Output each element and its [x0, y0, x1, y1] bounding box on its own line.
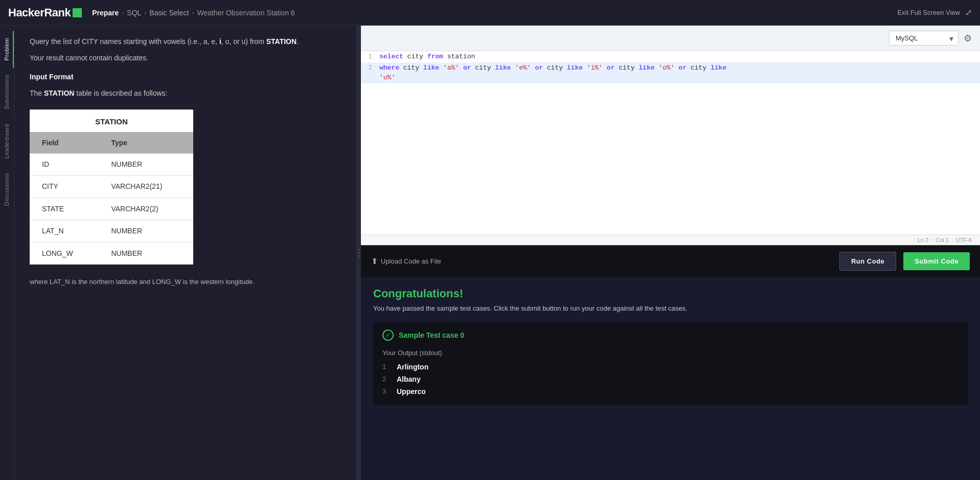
- station-table: Field Type IDNUMBERCITYVARCHAR2(21)STATE…: [30, 132, 193, 265]
- table-cell-field: LAT_N: [30, 220, 99, 242]
- table-intro: The STATION table is described as follow…: [30, 88, 341, 99]
- breadcrumb-sep-2: ›: [144, 9, 146, 16]
- table-row: IDNUMBER: [30, 154, 193, 176]
- exit-fullscreen-button[interactable]: Exit Full Screen View: [897, 9, 960, 16]
- table-row: STATEVARCHAR2(2): [30, 198, 193, 220]
- breadcrumb: Prepare › SQL › Basic Select › Weather O…: [92, 9, 294, 17]
- output-item-num: 2: [382, 375, 391, 383]
- congratulations-title: Congratulations!: [373, 287, 968, 300]
- problem-line1: Query the list of CITY names starting wi…: [30, 36, 341, 47]
- footer-note: where LAT_N is the northern latitude and…: [30, 277, 341, 288]
- table-cell-type: VARCHAR2(21): [99, 176, 193, 198]
- line-content-1: select city from station: [379, 52, 980, 62]
- upload-code-button[interactable]: ⬆ Upload Code as File: [371, 256, 441, 266]
- output-label: Your Output (stdout): [382, 349, 959, 357]
- problem-description: Query the list of CITY names starting wi…: [30, 36, 341, 288]
- logo-box-icon: [73, 8, 82, 17]
- table-cell-field: ID: [30, 154, 99, 176]
- line-number-2: 2: [361, 63, 379, 73]
- line-content-2: where city like 'a%' or city like 'e%' o…: [379, 63, 980, 83]
- station-table-title: STATION: [30, 110, 193, 132]
- sidebar-item-leaderboard[interactable]: Leaderboard: [1, 117, 14, 166]
- submit-code-button[interactable]: Submit Code: [903, 252, 970, 270]
- table-row: LAT_NNUMBER: [30, 220, 193, 242]
- right-panel: MySQL MS SQL Server Oracle ⚙ 1 select ci…: [361, 26, 980, 480]
- language-select-wrapper[interactable]: MySQL MS SQL Server Oracle: [889, 31, 959, 46]
- breadcrumb-sep-1: ›: [122, 9, 124, 16]
- editor-col: Col 1: [936, 237, 949, 243]
- table-cell-type: NUMBER: [99, 154, 193, 176]
- output-item-value: Upperco: [397, 387, 426, 396]
- sidebar-item-submissions[interactable]: Submissions: [1, 68, 14, 117]
- col-header-field: Field: [30, 132, 99, 154]
- list-item: 1Arlington: [382, 361, 959, 373]
- table-cell-field: CITY: [30, 176, 99, 198]
- run-code-button[interactable]: Run Code: [839, 252, 896, 271]
- test-case-card: ✓ Sample Test case 0 Your Output (stdout…: [373, 322, 968, 405]
- problem-line2: Your result cannot contain duplicates.: [30, 52, 341, 63]
- code-editor[interactable]: 1 select city from station 2 where city …: [361, 51, 980, 234]
- table-row: CITYVARCHAR2(21): [30, 176, 193, 198]
- gear-icon[interactable]: ⚙: [964, 33, 972, 44]
- logo[interactable]: HackerRank: [8, 6, 82, 19]
- sidebar-item-problem[interactable]: Problem: [1, 31, 14, 68]
- breadcrumb-sep-3: ›: [192, 9, 194, 16]
- code-line-2: 2 where city like 'a%' or city like 'e%'…: [361, 62, 980, 83]
- top-navigation: HackerRank Prepare › SQL › Basic Select …: [0, 0, 980, 26]
- check-icon: ✓: [382, 330, 394, 341]
- list-item: 2Albany: [382, 373, 959, 385]
- upload-label: Upload Code as File: [381, 257, 441, 265]
- list-item: 3Upperco: [382, 385, 959, 398]
- table-cell-field: STATE: [30, 198, 99, 220]
- main-layout: Problem Submissions Leaderboard Discussi…: [0, 26, 980, 480]
- code-line-1: 1 select city from station: [361, 51, 980, 62]
- results-area: Congratulations! You have passed the sam…: [361, 277, 980, 481]
- output-item-num: 3: [382, 387, 391, 395]
- output-list: 1Arlington2Albany3Upperco: [382, 361, 959, 398]
- sidebar-item-discussions[interactable]: Discussions: [1, 166, 14, 213]
- table-row: LONG_WNUMBER: [30, 242, 193, 264]
- table-cell-type: VARCHAR2(2): [99, 198, 193, 220]
- test-case-label: Sample Test case 0: [399, 331, 464, 339]
- breadcrumb-basic-select[interactable]: Basic Select: [149, 9, 189, 17]
- station-table-container: STATION Field Type IDNUMBERCITYVARCHAR2(…: [30, 110, 193, 265]
- breadcrumb-sql[interactable]: SQL: [127, 9, 141, 17]
- output-column: Your Output (stdout) 1Arlington2Albany3U…: [382, 349, 959, 398]
- input-format-title: Input Format: [30, 71, 341, 82]
- editor-encoding: UTF-8: [956, 237, 972, 243]
- congratulations-text: You have passed the sample test cases. C…: [373, 304, 968, 312]
- output-item-num: 1: [382, 363, 391, 370]
- expand-icon[interactable]: ⤢: [965, 8, 972, 17]
- divider-dots: [358, 249, 360, 257]
- test-case-header: ✓ Sample Test case 0: [382, 330, 959, 341]
- nav-right: Exit Full Screen View ⤢: [897, 8, 972, 17]
- upload-icon: ⬆: [371, 256, 378, 266]
- problem-panel: Query the list of CITY names starting wi…: [14, 26, 357, 480]
- test-output-section: Your Output (stdout) 1Arlington2Albany3U…: [382, 349, 959, 398]
- breadcrumb-prepare[interactable]: Prepare: [92, 9, 119, 17]
- language-select[interactable]: MySQL MS SQL Server Oracle: [889, 31, 959, 46]
- table-cell-field: LONG_W: [30, 242, 99, 264]
- col-header-type: Type: [99, 132, 193, 154]
- line-number-1: 1: [361, 52, 379, 62]
- logo-text: HackerRank: [8, 6, 71, 19]
- table-cell-type: NUMBER: [99, 242, 193, 264]
- action-bar: ⬆ Upload Code as File Run Code Submit Co…: [361, 245, 980, 277]
- panel-divider[interactable]: [357, 26, 361, 480]
- left-sidebar: Problem Submissions Leaderboard Discussi…: [0, 26, 14, 480]
- editor-ln: Ln 2: [918, 237, 928, 243]
- table-cell-type: NUMBER: [99, 220, 193, 242]
- output-item-value: Arlington: [397, 363, 428, 371]
- editor-footer: Ln 2 Col 1 UTF-8: [361, 234, 980, 245]
- output-item-value: Albany: [397, 375, 421, 383]
- editor-toolbar: MySQL MS SQL Server Oracle ⚙: [361, 26, 980, 51]
- breadcrumb-current: Weather Observation Station 6: [197, 9, 294, 17]
